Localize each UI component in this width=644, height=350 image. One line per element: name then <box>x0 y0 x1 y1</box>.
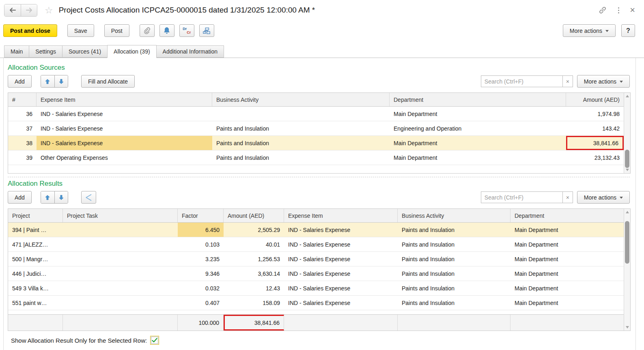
column-header-project[interactable]: Project <box>8 209 63 222</box>
column-header-factor[interactable]: Factor <box>178 209 224 222</box>
cell-business-activity[interactable]: Paints and Insulation <box>398 296 510 310</box>
cell-expense-item[interactable]: IND - Salaries Expenese <box>284 266 398 281</box>
column-header-business-activity[interactable]: Business Activity <box>398 209 510 222</box>
move-up-button[interactable] <box>41 191 54 203</box>
cell-expense-item[interactable]: Other Operating Expenses <box>37 150 212 165</box>
table-row[interactable]: 500 | Mangr…3.2351,256.53IND - Salaries … <box>8 252 624 266</box>
cell-project[interactable]: 471 |ALEZZ… <box>8 237 63 251</box>
cell-amount[interactable]: 23,132.43 <box>566 150 624 165</box>
cell-project[interactable]: 551 paint w… <box>8 296 63 310</box>
cell-factor[interactable]: 6.450 <box>178 223 224 237</box>
table-row[interactable]: 446 | Judici…9.3463,630.14IND - Salaries… <box>8 266 624 281</box>
sources-more-actions-button[interactable]: More actions <box>577 75 630 88</box>
cell-business-activity[interactable] <box>212 107 390 121</box>
cell-business-activity[interactable]: Paints and Insulation <box>398 266 510 281</box>
cell-amount[interactable]: 158.09 <box>224 296 284 310</box>
cell-num[interactable]: 38 <box>8 136 37 150</box>
back-button[interactable] <box>4 4 21 16</box>
post-and-close-button[interactable]: Post and close <box>3 24 57 37</box>
favorite-star-icon[interactable]: ☆ <box>45 6 53 15</box>
cell-expense-item[interactable]: IND - Salaries Expenese <box>284 223 398 237</box>
show-selected-row-checkbox[interactable] <box>150 336 159 345</box>
cell-business-activity[interactable]: Paints and Insulation <box>398 252 510 266</box>
cell-business-activity[interactable]: Paints and Insulation <box>398 281 510 295</box>
table-row[interactable]: 394 | Paint …6.4502,505.29IND - Salaries… <box>8 223 624 237</box>
cell-factor[interactable]: 3.235 <box>178 252 224 266</box>
move-up-button[interactable] <box>41 75 54 87</box>
tab-allocation-39[interactable]: Allocation (39) <box>107 45 157 58</box>
forward-button[interactable] <box>21 4 37 16</box>
cell-task[interactable] <box>63 237 178 251</box>
cell-department[interactable]: Main Department <box>390 136 566 150</box>
cell-expense-item[interactable]: IND - Salaries Expenese <box>37 121 212 135</box>
cell-task[interactable] <box>63 296 178 310</box>
cell-business-activity[interactable]: Paints and Insulation <box>398 237 510 251</box>
cell-department[interactable]: Engineering and Operation <box>390 121 566 135</box>
cell-num[interactable]: 39 <box>8 150 37 165</box>
tab-main[interactable]: Main <box>4 45 29 58</box>
sources-add-button[interactable]: Add <box>8 75 32 88</box>
results-more-actions-button[interactable]: More actions <box>577 191 630 204</box>
cell-department[interactable]: Main Department <box>510 237 624 251</box>
tab-additional-information[interactable]: Additional Information <box>156 45 224 58</box>
tab-sources-41[interactable]: Sources (41) <box>62 45 108 58</box>
cell-department[interactable]: Main Department <box>510 223 624 237</box>
reminders-button[interactable] <box>159 24 174 37</box>
column-header-department[interactable]: Department <box>510 209 624 222</box>
cell-amount[interactable]: 40.01 <box>224 237 284 251</box>
cell-amount[interactable]: 3,630.14 <box>224 266 284 281</box>
cell-amount[interactable]: 1,974.98 <box>566 107 624 121</box>
table-row[interactable]: 37IND - Salaries ExpenesePaints and Insu… <box>8 121 624 136</box>
cell-amount[interactable]: 143.42 <box>566 121 624 135</box>
cell-expense-item[interactable]: IND - Salaries Expenese <box>284 296 398 310</box>
fill-and-allocate-button[interactable]: Fill and Allocate <box>81 75 135 88</box>
scroll-up-button[interactable] <box>624 93 630 99</box>
help-button[interactable]: ? <box>621 24 635 37</box>
column-header-business-activity[interactable]: Business Activity <box>212 93 390 106</box>
cell-department[interactable]: Main Department <box>390 150 566 165</box>
cell-amount[interactable]: 1,256.53 <box>224 252 284 266</box>
cell-expense-item[interactable]: IND - Salaries Expenese <box>284 237 398 251</box>
cell-project[interactable]: 394 | Paint … <box>8 223 63 237</box>
cell-factor[interactable]: 9.346 <box>178 266 224 281</box>
cell-expense-item[interactable]: IND - Salaries Expenese <box>284 281 398 295</box>
cell-task[interactable] <box>63 266 178 281</box>
allocate-button[interactable] <box>81 191 96 204</box>
sources-search-clear-button[interactable]: × <box>563 75 573 87</box>
more-actions-button[interactable]: More actions <box>563 24 616 37</box>
cell-amount[interactable]: 12.43 <box>224 281 284 295</box>
link-icon[interactable] <box>598 5 607 15</box>
cell-department[interactable]: Main Department <box>510 252 624 266</box>
cell-expense-item[interactable]: IND - Salaries Expenese <box>37 136 212 150</box>
cell-business-activity[interactable]: Paints and Insulation <box>212 150 390 165</box>
table-row[interactable]: 39Other Operating ExpensesPaints and Ins… <box>8 150 624 165</box>
table-row[interactable]: 549 3 Villa k…0.03212.43IND - Salaries E… <box>8 281 624 296</box>
scroll-down-button[interactable] <box>624 167 630 173</box>
cell-factor[interactable]: 0.103 <box>178 237 224 251</box>
cell-factor[interactable]: 0.032 <box>178 281 224 295</box>
column-header-amount[interactable]: Amount (AED) <box>566 93 624 106</box>
move-down-button[interactable] <box>54 75 68 87</box>
document-structure-button[interactable] <box>199 24 214 37</box>
post-button[interactable]: Post <box>104 24 129 37</box>
column-header-department[interactable]: Department <box>390 93 566 106</box>
scrollbar-thumb[interactable] <box>625 150 629 168</box>
cell-task[interactable] <box>63 281 178 295</box>
cell-business-activity[interactable]: Paints and Insulation <box>212 136 390 150</box>
move-down-button[interactable] <box>54 191 68 203</box>
results-scrollbar[interactable] <box>624 209 630 331</box>
cell-business-activity[interactable]: Paints and Insulation <box>212 121 390 135</box>
sources-search-input[interactable] <box>481 75 563 87</box>
column-header-number[interactable]: # <box>8 93 37 106</box>
cell-department[interactable]: Main Department <box>510 296 624 310</box>
cell-amount[interactable]: 2,505.29 <box>224 223 284 237</box>
dr-cr-postings-button[interactable]: Dr Cr <box>179 24 194 37</box>
scroll-up-button[interactable] <box>624 209 630 215</box>
cell-project[interactable]: 549 3 Villa k… <box>8 281 63 295</box>
cell-department[interactable]: Main Department <box>390 107 566 121</box>
table-row[interactable]: 551 paint w…0.407158.09IND - Salaries Ex… <box>8 296 624 310</box>
results-add-button[interactable]: Add <box>8 191 32 204</box>
cell-department[interactable]: Main Department <box>510 281 624 295</box>
cell-business-activity[interactable]: Paints and Insulation <box>398 223 510 237</box>
table-row[interactable]: 471 |ALEZZ…0.10340.01IND - Salaries Expe… <box>8 237 624 252</box>
